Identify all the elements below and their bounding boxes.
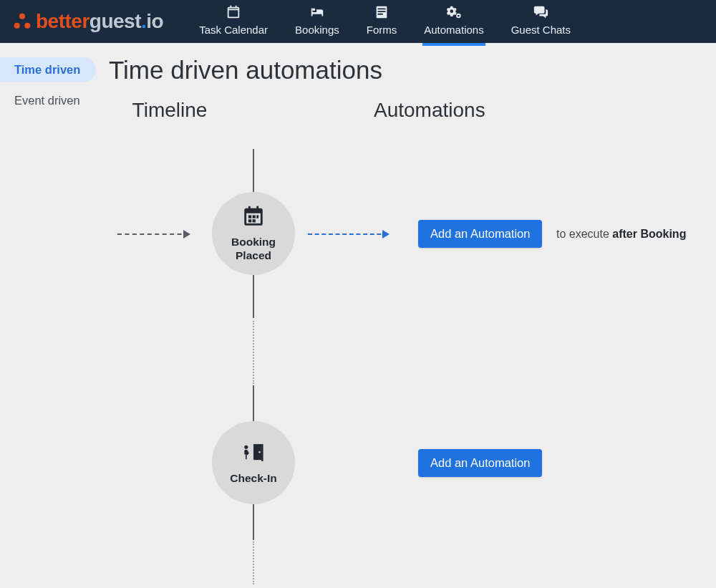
nav-label: Guest Chats [511,24,571,36]
nav-label: Task Calendar [199,24,268,36]
timeline-connector-dotted [253,541,254,584]
logo-mark-icon [13,12,32,31]
add-automation-button[interactable]: Add an Automation [418,449,542,477]
timeline-canvas: BookingPlaced Add an Automation to execu… [109,149,707,579]
arrow-outgoing-icon [308,233,388,235]
timeline-connector-dotted [253,321,254,384]
svg-rect-5 [261,444,263,461]
checkin-icon [241,440,266,468]
timeline-connector [253,149,254,192]
timeline-column-header: Timeline [73,99,266,122]
svg-point-2 [24,23,30,29]
timeline-node-booking-placed: BookingPlaced [212,192,295,275]
sidebar-item-label: Event driven [14,94,80,107]
nav-label: Forms [367,24,397,36]
bed-icon [309,4,325,22]
automation-hint: to execute after Booking [556,228,686,241]
timeline-connector [253,504,254,540]
timeline-node-label: BookingPlaced [231,236,276,262]
svg-point-6 [258,451,261,453]
nav-task-calendar[interactable]: Task Calendar [199,4,268,39]
chats-icon [533,4,548,22]
add-automation-button[interactable]: Add an Automation [418,220,542,248]
automations-column-header: Automations [266,99,707,122]
timeline-node-label: Check-In [230,472,276,486]
sidebar-item-label: Time driven [14,63,80,76]
svg-point-3 [244,445,248,449]
arrow-incoming-icon [117,233,189,235]
brand-logo[interactable]: betterguest.io [13,10,163,33]
nav-bookings[interactable]: Bookings [295,4,339,39]
calendar-icon [241,204,266,231]
page-title: Time driven automations [109,56,707,85]
svg-point-0 [19,14,25,19]
calendar-icon [226,4,241,22]
nav-label: Bookings [295,24,339,36]
brand-text-1: better [36,10,90,32]
brand-text-2: guest [90,10,141,32]
main-content: Time driven automations Timeline Automat… [100,43,716,588]
nav-automations[interactable]: Automations [424,4,483,39]
brand-text-3: io [146,10,163,32]
timeline-connector [253,385,254,421]
form-icon [374,4,390,22]
timeline-node-check-in: Check-In [212,421,295,504]
gears-icon [446,4,462,22]
svg-point-1 [14,23,20,29]
timeline-connector [253,275,254,318]
nav-label: Automations [424,24,483,36]
sidebar: Time driven Event driven [0,43,100,588]
sidebar-item-time-driven[interactable]: Time driven [0,57,96,82]
top-navbar: betterguest.io Task Calendar Bookings Fo… [0,0,716,43]
nav-guest-chats[interactable]: Guest Chats [511,4,571,39]
nav-forms[interactable]: Forms [367,4,397,39]
